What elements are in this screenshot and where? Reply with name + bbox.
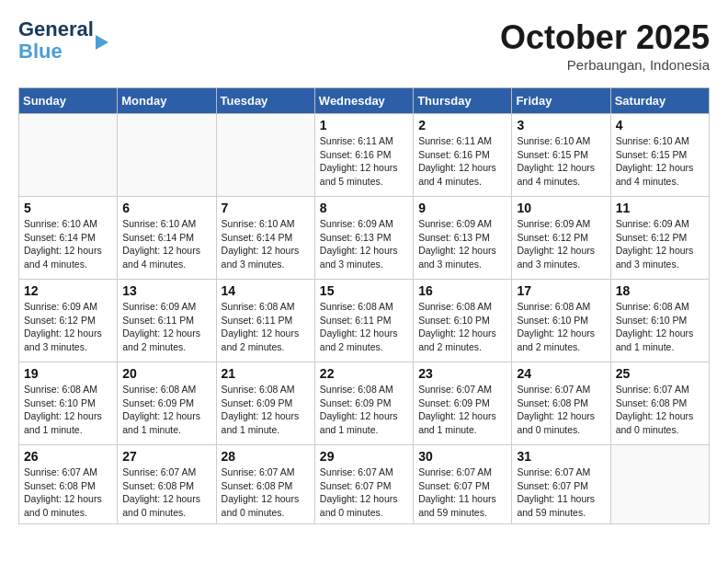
day-number: 5	[24, 201, 112, 215]
day-info: Sunrise: 6:07 AM Sunset: 6:08 PM Dayligh…	[122, 465, 210, 520]
page-header: GeneralBlue October 2025 Perbaungan, Ind…	[18, 18, 710, 73]
logo: GeneralBlue	[18, 18, 108, 63]
day-number: 2	[418, 118, 506, 132]
day-info: Sunrise: 6:08 AM Sunset: 6:10 PM Dayligh…	[418, 300, 506, 354]
day-info: Sunrise: 6:08 AM Sunset: 6:10 PM Dayligh…	[517, 300, 605, 354]
calendar-cell: 19Sunrise: 6:08 AM Sunset: 6:10 PM Dayli…	[19, 362, 118, 445]
calendar-table: SundayMondayTuesdayWednesdayThursdayFrid…	[18, 87, 710, 524]
day-info: Sunrise: 6:07 AM Sunset: 6:08 PM Dayligh…	[517, 383, 605, 437]
day-header-tuesday: Tuesday	[216, 88, 314, 114]
day-info: Sunrise: 6:09 AM Sunset: 6:13 PM Dayligh…	[320, 217, 408, 271]
calendar-cell: 10Sunrise: 6:09 AM Sunset: 6:12 PM Dayli…	[512, 197, 610, 280]
location: Perbaungan, Indonesia	[500, 57, 710, 73]
day-info: Sunrise: 6:07 AM Sunset: 6:08 PM Dayligh…	[616, 383, 704, 437]
day-info: Sunrise: 6:10 AM Sunset: 6:15 PM Dayligh…	[616, 134, 704, 189]
day-info: Sunrise: 6:08 AM Sunset: 6:09 PM Dayligh…	[122, 383, 210, 437]
calendar-cell: 4Sunrise: 6:10 AM Sunset: 6:15 PM Daylig…	[610, 114, 709, 197]
day-number: 21	[222, 366, 310, 381]
calendar-cell: 5Sunrise: 6:10 AM Sunset: 6:14 PM Daylig…	[19, 197, 118, 280]
calendar-cell	[216, 114, 314, 197]
calendar-cell: 26Sunrise: 6:07 AM Sunset: 6:08 PM Dayli…	[19, 445, 118, 524]
day-number: 19	[24, 366, 112, 381]
title-block: October 2025 Perbaungan, Indonesia	[500, 18, 710, 73]
day-info: Sunrise: 6:09 AM Sunset: 6:11 PM Dayligh…	[122, 300, 210, 354]
day-info: Sunrise: 6:09 AM Sunset: 6:12 PM Dayligh…	[616, 217, 704, 271]
day-number: 20	[122, 366, 210, 381]
day-info: Sunrise: 6:07 AM Sunset: 6:08 PM Dayligh…	[24, 465, 112, 520]
day-number: 4	[616, 118, 704, 132]
day-info: Sunrise: 6:08 AM Sunset: 6:10 PM Dayligh…	[24, 383, 112, 437]
day-number: 26	[24, 449, 112, 464]
calendar-cell: 13Sunrise: 6:09 AM Sunset: 6:11 PM Dayli…	[118, 280, 216, 362]
day-info: Sunrise: 6:07 AM Sunset: 6:07 PM Dayligh…	[320, 465, 408, 520]
day-number: 23	[418, 366, 506, 381]
calendar-week-1: 1Sunrise: 6:11 AM Sunset: 6:16 PM Daylig…	[19, 114, 710, 197]
calendar-cell: 24Sunrise: 6:07 AM Sunset: 6:08 PM Dayli…	[512, 362, 610, 445]
day-number: 15	[320, 283, 408, 298]
day-info: Sunrise: 6:11 AM Sunset: 6:16 PM Dayligh…	[320, 134, 408, 189]
day-number: 1	[320, 118, 408, 132]
calendar-cell: 15Sunrise: 6:08 AM Sunset: 6:11 PM Dayli…	[314, 280, 413, 362]
day-header-friday: Friday	[512, 88, 610, 114]
calendar-cell: 8Sunrise: 6:09 AM Sunset: 6:13 PM Daylig…	[314, 197, 413, 280]
day-info: Sunrise: 6:08 AM Sunset: 6:10 PM Dayligh…	[616, 300, 704, 354]
day-header-saturday: Saturday	[610, 88, 709, 114]
day-number: 8	[320, 201, 408, 215]
day-number: 22	[320, 366, 408, 381]
day-number: 12	[24, 283, 112, 298]
day-number: 28	[222, 449, 310, 464]
day-number: 3	[517, 118, 605, 132]
day-info: Sunrise: 6:08 AM Sunset: 6:09 PM Dayligh…	[320, 383, 408, 437]
day-info: Sunrise: 6:09 AM Sunset: 6:12 PM Dayligh…	[24, 300, 112, 354]
day-header-wednesday: Wednesday	[314, 88, 413, 114]
day-number: 16	[418, 283, 506, 298]
day-info: Sunrise: 6:09 AM Sunset: 6:13 PM Dayligh…	[418, 217, 506, 271]
day-number: 30	[418, 449, 506, 464]
day-number: 25	[616, 366, 704, 381]
day-info: Sunrise: 6:10 AM Sunset: 6:14 PM Dayligh…	[122, 217, 210, 271]
day-info: Sunrise: 6:08 AM Sunset: 6:09 PM Dayligh…	[222, 383, 310, 437]
logo-arrow-icon	[96, 35, 108, 50]
day-number: 24	[517, 366, 605, 381]
calendar-cell: 7Sunrise: 6:10 AM Sunset: 6:14 PM Daylig…	[216, 197, 314, 280]
calendar-cell: 16Sunrise: 6:08 AM Sunset: 6:10 PM Dayli…	[414, 280, 512, 362]
day-info: Sunrise: 6:10 AM Sunset: 6:15 PM Dayligh…	[517, 134, 605, 189]
calendar-cell: 22Sunrise: 6:08 AM Sunset: 6:09 PM Dayli…	[314, 362, 413, 445]
calendar-cell: 30Sunrise: 6:07 AM Sunset: 6:07 PM Dayli…	[414, 445, 512, 524]
day-number: 14	[222, 283, 310, 298]
day-number: 7	[222, 201, 310, 215]
calendar-cell: 18Sunrise: 6:08 AM Sunset: 6:10 PM Dayli…	[610, 280, 709, 362]
day-number: 29	[320, 449, 408, 464]
calendar-cell: 28Sunrise: 6:07 AM Sunset: 6:08 PM Dayli…	[216, 445, 314, 524]
calendar-cell: 6Sunrise: 6:10 AM Sunset: 6:14 PM Daylig…	[118, 197, 216, 280]
day-number: 11	[616, 201, 704, 215]
calendar-cell: 31Sunrise: 6:07 AM Sunset: 6:07 PM Dayli…	[512, 445, 610, 524]
day-header-monday: Monday	[118, 88, 216, 114]
day-info: Sunrise: 6:07 AM Sunset: 6:07 PM Dayligh…	[418, 465, 506, 520]
calendar-week-5: 26Sunrise: 6:07 AM Sunset: 6:08 PM Dayli…	[19, 445, 710, 524]
day-info: Sunrise: 6:08 AM Sunset: 6:11 PM Dayligh…	[320, 300, 408, 354]
calendar-week-3: 12Sunrise: 6:09 AM Sunset: 6:12 PM Dayli…	[19, 280, 710, 362]
day-number: 31	[517, 449, 605, 464]
calendar-cell: 2Sunrise: 6:11 AM Sunset: 6:16 PM Daylig…	[414, 114, 512, 197]
calendar-cell: 20Sunrise: 6:08 AM Sunset: 6:09 PM Dayli…	[118, 362, 216, 445]
day-info: Sunrise: 6:08 AM Sunset: 6:11 PM Dayligh…	[222, 300, 310, 354]
calendar-cell	[19, 114, 118, 197]
day-number: 9	[418, 201, 506, 215]
calendar-cell: 11Sunrise: 6:09 AM Sunset: 6:12 PM Dayli…	[610, 197, 709, 280]
calendar-cell: 17Sunrise: 6:08 AM Sunset: 6:10 PM Dayli…	[512, 280, 610, 362]
day-info: Sunrise: 6:07 AM Sunset: 6:07 PM Dayligh…	[517, 465, 605, 520]
day-info: Sunrise: 6:11 AM Sunset: 6:16 PM Dayligh…	[418, 134, 506, 189]
calendar-cell: 27Sunrise: 6:07 AM Sunset: 6:08 PM Dayli…	[118, 445, 216, 524]
day-info: Sunrise: 6:09 AM Sunset: 6:12 PM Dayligh…	[517, 217, 605, 271]
calendar-cell: 1Sunrise: 6:11 AM Sunset: 6:16 PM Daylig…	[314, 114, 413, 197]
calendar-cell: 12Sunrise: 6:09 AM Sunset: 6:12 PM Dayli…	[19, 280, 118, 362]
day-number: 6	[122, 201, 210, 215]
day-header-sunday: Sunday	[19, 88, 118, 114]
day-number: 17	[517, 283, 605, 298]
calendar-cell: 23Sunrise: 6:07 AM Sunset: 6:09 PM Dayli…	[414, 362, 512, 445]
calendar-week-4: 19Sunrise: 6:08 AM Sunset: 6:10 PM Dayli…	[19, 362, 710, 445]
day-info: Sunrise: 6:07 AM Sunset: 6:08 PM Dayligh…	[222, 465, 310, 520]
calendar-cell	[610, 445, 709, 524]
day-number: 27	[122, 449, 210, 464]
